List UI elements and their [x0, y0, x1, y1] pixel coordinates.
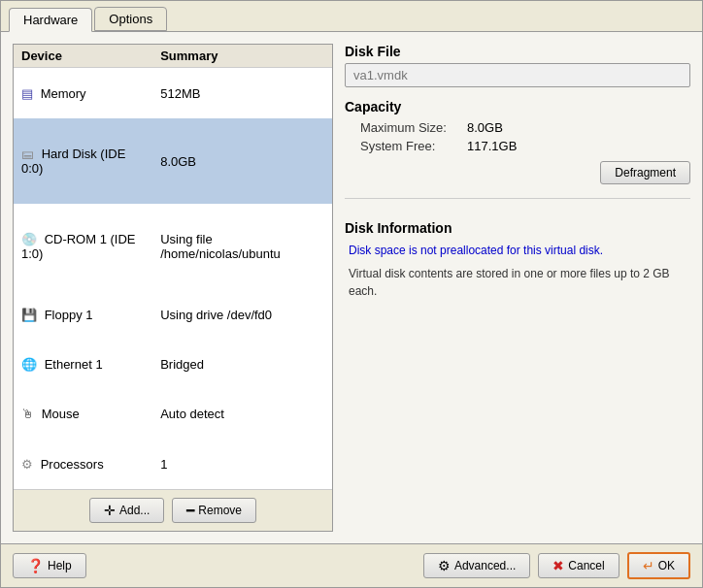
network-icon: 🌐	[21, 357, 37, 372]
device-cell: ⚙ Processors	[14, 440, 152, 489]
tab-options[interactable]: Options	[94, 7, 167, 31]
col-device: Device	[14, 45, 152, 68]
tab-bar: Hardware Options	[1, 1, 702, 32]
table-row[interactable]: 💿 CD-ROM 1 (IDE 1:0) Using file /home/ni…	[14, 204, 332, 289]
memory-icon: ▤	[21, 86, 33, 101]
table-row[interactable]: ⚙ Processors 1	[14, 440, 332, 489]
max-size-value: 8.0GB	[467, 120, 503, 135]
device-panel: Device Summary ▤ Memory 512MB 🖴 Hard Dis…	[13, 44, 333, 532]
advanced-label: Advanced...	[454, 559, 516, 572]
ok-label: OK	[658, 559, 675, 572]
max-size-row: Maximum Size: 8.0GB	[345, 118, 690, 137]
main-content: Device Summary ▤ Memory 512MB 🖴 Hard Dis…	[1, 32, 702, 543]
device-name: CD-ROM 1 (IDE 1:0)	[21, 232, 136, 261]
table-row[interactable]: 🖴 Hard Disk (IDE 0:0) 8.0GB	[14, 118, 332, 204]
summary-cell: 8.0GB	[152, 118, 332, 204]
cpu-icon: ⚙	[21, 457, 33, 472]
sys-free-value: 117.1GB	[467, 139, 517, 153]
device-name: Memory	[41, 86, 86, 101]
device-cell: 💾 Floppy 1	[14, 289, 152, 339]
disk-file-title: Disk File	[345, 44, 690, 59]
device-cell: 💿 CD-ROM 1 (IDE 1:0)	[14, 204, 152, 289]
remove-label: Remove	[198, 504, 242, 517]
right-panel: Disk File Capacity Maximum Size: 8.0GB S…	[345, 44, 690, 532]
help-button[interactable]: ❓ Help	[13, 553, 86, 578]
disk-info-title: Disk Information	[345, 220, 690, 236]
hdd-icon: 🖴	[21, 147, 34, 161]
device-cell: 🖱 Mouse	[14, 389, 152, 439]
advanced-button[interactable]: ⚙ Advanced...	[423, 553, 530, 578]
device-cell: 🖴 Hard Disk (IDE 0:0)	[14, 118, 152, 204]
cdrom-icon: 💿	[21, 232, 37, 246]
summary-cell: Using drive /dev/fd0	[152, 289, 332, 339]
ok-icon: ↵	[643, 558, 654, 573]
summary-cell: Bridged	[152, 340, 332, 389]
col-summary: Summary	[152, 45, 332, 68]
floppy-icon: 💾	[21, 308, 37, 322]
disk-info-section: Disk Information Disk space is not preal…	[345, 220, 690, 304]
table-row[interactable]: 💾 Floppy 1 Using drive /dev/fd0	[14, 289, 332, 339]
bottom-right: ⚙ Advanced... ✖ Cancel ↵ OK	[423, 552, 690, 579]
divider	[345, 198, 690, 199]
cancel-label: Cancel	[568, 559, 604, 572]
help-label: Help	[48, 559, 72, 572]
defragment-row: Defragment	[345, 161, 690, 184]
summary-cell: 1	[152, 440, 332, 489]
sys-free-row: System Free: 117.1GB	[345, 137, 690, 155]
device-name: Ethernet 1	[45, 357, 103, 372]
bottom-left: ❓ Help	[13, 553, 86, 578]
defragment-button[interactable]: Defragment	[600, 161, 690, 184]
disk-info-line2: Virtual disk contents are stored in one …	[345, 261, 690, 304]
device-name: Hard Disk (IDE 0:0)	[21, 147, 125, 176]
capacity-title: Capacity	[345, 99, 690, 114]
device-cell: 🌐 Ethernet 1	[14, 340, 152, 389]
summary-cell: Using file /home/nicolas/ubuntu	[152, 204, 332, 289]
table-row[interactable]: 🖱 Mouse Auto detect	[14, 389, 332, 439]
add-button[interactable]: ✛ Add...	[89, 498, 164, 523]
device-name: Mouse	[42, 407, 80, 421]
ok-button[interactable]: ↵ OK	[627, 552, 690, 579]
cancel-icon: ✖	[552, 558, 564, 573]
sys-free-label: System Free:	[360, 139, 467, 153]
max-size-label: Maximum Size:	[360, 120, 467, 135]
add-icon: ✛	[104, 503, 116, 518]
summary-cell: 512MB	[152, 68, 332, 119]
device-name: Floppy 1	[45, 308, 93, 322]
bottom-bar: ❓ Help ⚙ Advanced... ✖ Cancel ↵ OK	[1, 543, 702, 587]
capacity-section: Capacity Maximum Size: 8.0GB System Free…	[345, 99, 690, 184]
table-row[interactable]: ▤ Memory 512MB	[14, 68, 332, 119]
table-row[interactable]: 🌐 Ethernet 1 Bridged	[14, 340, 332, 389]
left-button-bar: ✛ Add... ━ Remove	[14, 489, 332, 531]
cancel-button[interactable]: ✖ Cancel	[538, 553, 619, 578]
disk-file-section: Disk File	[345, 44, 690, 87]
advanced-icon: ⚙	[438, 558, 451, 573]
disk-file-input[interactable]	[345, 63, 690, 87]
disk-info-line1: Disk space is not preallocated for this …	[345, 240, 690, 261]
help-icon: ❓	[27, 558, 44, 573]
device-name: Processors	[41, 457, 104, 472]
remove-icon: ━	[186, 503, 194, 518]
mouse-icon: 🖱	[21, 407, 34, 421]
summary-cell: Auto detect	[152, 389, 332, 439]
tab-hardware[interactable]: Hardware	[9, 8, 92, 32]
add-label: Add...	[119, 504, 150, 517]
table-header-row: Device Summary	[14, 45, 332, 68]
device-table: Device Summary ▤ Memory 512MB 🖴 Hard Dis…	[14, 45, 332, 489]
device-cell: ▤ Memory	[14, 68, 152, 119]
remove-button[interactable]: ━ Remove	[172, 498, 256, 523]
